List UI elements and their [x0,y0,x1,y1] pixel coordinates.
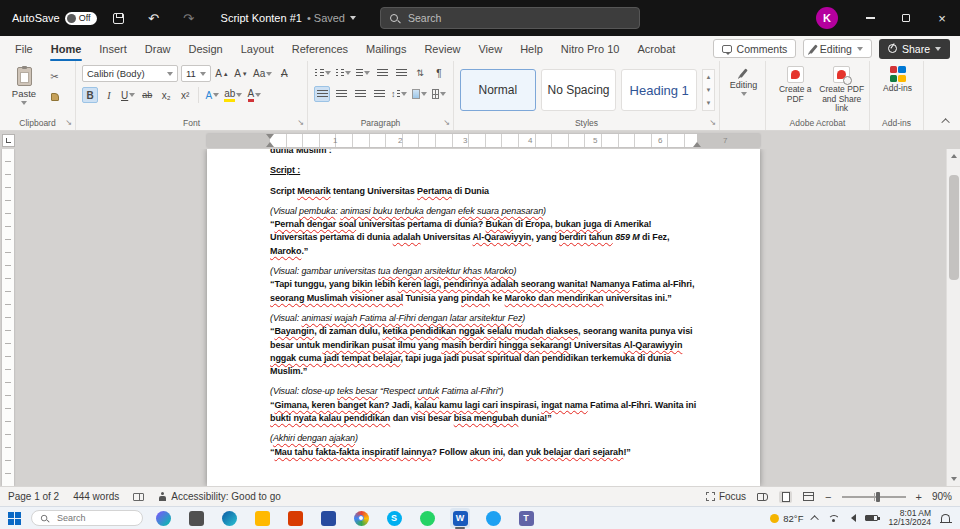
horizontal-ruler[interactable]: 1234567 [207,134,760,147]
taskbar-clock[interactable]: 8:01 AM 12/13/2024 [888,509,931,528]
paragraph[interactable]: “Tapi tunggu, yang bikin lebih keren lag… [270,278,697,305]
word-count[interactable]: 444 words [73,491,119,502]
style-no-spacing[interactable]: No Spacing [541,69,617,111]
paragraph[interactable]: Script Menarik tentang Universitas Perta… [270,185,697,198]
volume-icon[interactable] [847,514,856,522]
multilevel-list-button[interactable] [355,65,371,81]
addins-button[interactable]: Add-ins [876,65,919,115]
tab-home[interactable]: Home [42,36,91,61]
align-right-button[interactable] [352,86,368,102]
align-center-button[interactable] [333,86,349,102]
styles-dialog-launcher[interactable]: ↘ [709,118,716,127]
document-page[interactable]: dunia Muslim :Script :Script Menarik ten… [207,149,760,486]
bullets-button[interactable] [314,65,332,81]
whatsapp-icon[interactable] [417,508,437,528]
paragraph[interactable]: dunia Muslim : [270,149,697,157]
paragraph[interactable]: “Pernah dengar soal universitas pertama … [270,218,697,258]
editing-mode-button[interactable]: Editing [803,39,872,58]
styles-scroll-up-icon[interactable]: ▲ [703,70,714,83]
close-button[interactable]: × [924,0,960,36]
document-title[interactable]: Script Konten #1 • Saved [221,12,356,24]
scroll-up-button[interactable] [947,149,960,163]
zoom-slider-thumb[interactable] [876,492,880,502]
format-painter-button[interactable] [46,89,63,104]
task-view-icon[interactable] [186,508,206,528]
align-left-button[interactable] [314,86,330,102]
web-layout-button[interactable] [802,491,815,503]
first-line-indent-marker[interactable] [266,134,274,139]
decrease-indent-button[interactable] [374,65,390,81]
highlight-color-button[interactable]: ab [223,87,243,103]
increase-indent-button[interactable] [393,65,409,81]
vertical-scrollbar[interactable] [946,149,960,486]
style-normal[interactable]: Normal [460,69,536,111]
focus-mode-button[interactable]: Focus [706,491,746,502]
weather-widget[interactable]: 82°F [770,513,803,524]
maximize-button[interactable] [888,0,924,36]
tab-view[interactable]: View [469,36,511,61]
font-name-select[interactable]: Calibri (Body) [82,65,178,82]
right-indent-marker[interactable] [693,142,701,147]
tab-file[interactable]: File [6,36,42,61]
print-layout-button[interactable] [779,491,792,503]
word-icon[interactable]: W [450,508,470,528]
tab-help[interactable]: Help [511,36,552,61]
underline-button[interactable]: U [120,87,136,103]
autosave-toggle[interactable]: AutoSave Off [12,12,97,25]
redo-button[interactable]: ↷ [176,5,202,31]
styles-more-icon[interactable]: ▼ [703,97,714,110]
photos-icon[interactable] [318,508,338,528]
paragraph[interactable]: (Visual: animasi wajah Fatima al-Fihri d… [270,312,697,325]
paragraph[interactable]: “Mau tahu fakta-fakta inspiratif lainnya… [270,446,697,459]
tab-insert[interactable]: Insert [90,36,136,61]
clear-formatting-button[interactable]: A [276,66,292,82]
paragraph[interactable]: (Visual pembuka: animasi buku terbuka de… [270,205,697,218]
undo-button[interactable]: ↶ [141,5,167,31]
styles-scroll-down-icon[interactable]: ▼ [703,83,714,96]
tab-acrobat[interactable]: Acrobat [628,36,684,61]
edge-icon[interactable] [219,508,239,528]
tab-layout[interactable]: Layout [232,36,283,61]
tab-mailings[interactable]: Mailings [357,36,415,61]
share-button[interactable]: Share [879,39,950,59]
bold-button[interactable]: B [82,87,98,103]
search-input[interactable] [406,11,606,25]
battery-icon[interactable] [865,515,878,521]
subscript-button[interactable]: x₂ [158,87,174,103]
tray-overflow-button[interactable] [811,515,819,523]
paragraph[interactable]: “Gimana, keren banget kan? Jadi, kalau k… [270,399,697,426]
strikethrough-button[interactable]: ab [139,87,155,103]
minimize-button[interactable] [852,0,888,36]
font-color-button[interactable]: A [246,87,262,103]
line-spacing-button[interactable]: ↕ [390,86,408,102]
teams-icon[interactable]: T [516,508,536,528]
borders-button[interactable] [431,86,447,102]
cut-button[interactable]: ✂ [46,69,63,84]
zoom-slider[interactable] [842,496,906,498]
show-formatting-marks-button[interactable]: ¶ [431,65,447,81]
document-text[interactable]: dunia Muslim :Script :Script Menarik ten… [270,150,697,466]
style-heading-1[interactable]: Heading 1 [621,69,697,111]
paragraph[interactable]: Script : [270,164,697,177]
create-pdf-share-link-button[interactable]: Create PDF and Share link [819,65,866,115]
editing-menu-button[interactable]: Editing [726,65,761,115]
scroll-down-button[interactable] [947,472,960,486]
accessibility-status[interactable]: Accessibility: Good to go [158,491,281,502]
paste-button[interactable]: Paste [6,65,42,115]
tab-draw[interactable]: Draw [136,36,180,61]
zoom-out-button[interactable]: − [825,491,831,503]
skype-icon[interactable]: S [384,508,404,528]
save-button[interactable] [106,5,132,31]
justify-button[interactable] [371,86,387,102]
tab-review[interactable]: Review [415,36,469,61]
twitter-icon[interactable] [483,508,503,528]
paragraph[interactable]: (Visual: close-up teks besar “Respect un… [270,385,697,398]
tab-selector[interactable] [2,134,15,147]
paragraph[interactable]: “Bayangin, di zaman dulu, ketika pendidi… [270,325,697,378]
hanging-indent-marker[interactable] [266,142,274,147]
tab-references[interactable]: References [283,36,357,61]
font-size-select[interactable]: 11 [181,65,211,82]
numbering-button[interactable] [335,65,353,81]
paragraph[interactable]: (Akhiri dengan ajakan) [270,432,697,445]
file-explorer-icon[interactable] [252,508,272,528]
